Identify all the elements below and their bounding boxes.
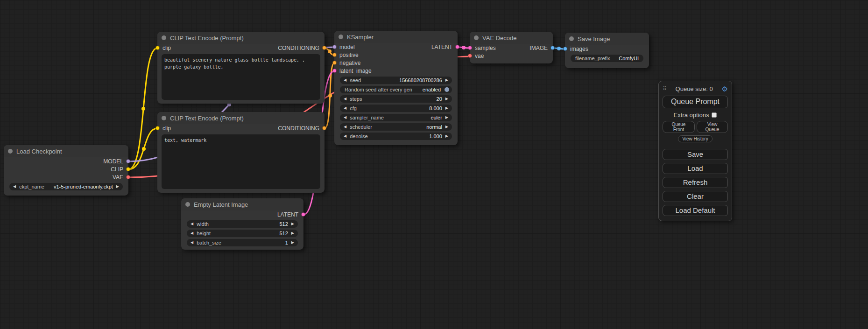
clear-button[interactable]: Clear [663, 191, 728, 202]
load-button[interactable]: Load [663, 163, 728, 174]
samples-input-slot[interactable] [468, 46, 472, 50]
increment-arrow-icon[interactable]: ▶ [116, 185, 119, 189]
scheduler-widget[interactable]: ◀ scheduler normal ▶ [340, 123, 452, 131]
node-vae-decode[interactable]: VAE Decode samples IMAGE vae [470, 32, 553, 63]
latent-output-slot[interactable] [301, 212, 305, 217]
input-slot-label-positive: positive [339, 52, 359, 58]
widget-value: 156680208700286 [399, 77, 442, 83]
input-slot-label-clip: clip [162, 45, 171, 51]
clip-input-slot[interactable] [155, 46, 160, 50]
view-queue-button[interactable]: View Queue [697, 121, 728, 133]
collapse-dot-icon[interactable] [8, 149, 13, 154]
collapse-dot-icon[interactable] [162, 35, 166, 40]
increment-arrow-icon[interactable]: ▶ [445, 106, 448, 110]
positive-prompt-textarea[interactable]: beautiful scenery nature glass bottle la… [162, 54, 320, 100]
node-ksampler[interactable]: KSampler model LATENT positive negative … [334, 31, 458, 145]
increment-arrow-icon[interactable]: ▶ [291, 231, 294, 235]
cfg-widget[interactable]: ◀ cfg 8.000 ▶ [340, 105, 452, 112]
decrement-arrow-icon[interactable]: ◀ [344, 78, 346, 82]
increment-arrow-icon[interactable]: ▶ [445, 125, 448, 129]
increment-arrow-icon[interactable]: ▶ [445, 134, 448, 138]
height-widget[interactable]: ◀ height 512 ▶ [187, 230, 298, 237]
filename-prefix-widget[interactable]: filename_prefix ComfyUI [571, 55, 643, 62]
view-history-button[interactable]: View History [678, 135, 712, 142]
toggle-indicator-icon[interactable] [445, 87, 449, 92]
decrement-arrow-icon[interactable]: ◀ [344, 116, 346, 119]
increment-arrow-icon[interactable]: ▶ [445, 97, 448, 101]
node-title: KSampler [347, 34, 374, 41]
model-input-slot[interactable] [332, 45, 337, 49]
conditioning-output-slot[interactable] [322, 126, 326, 130]
node-title-bar[interactable]: CLIP Text Encode (Prompt) [157, 32, 325, 44]
decrement-arrow-icon[interactable]: ◀ [344, 125, 346, 129]
widget-name: Random seed after every gen [345, 87, 412, 92]
queue-front-button[interactable]: Queue Front [663, 121, 695, 133]
clip-input-slot[interactable] [155, 126, 160, 130]
random-seed-toggle-widget[interactable]: Random seed after every gen enabled [340, 86, 452, 93]
width-widget[interactable]: ◀ width 512 ▶ [187, 220, 298, 228]
refresh-button[interactable]: Refresh [663, 177, 728, 188]
decrement-arrow-icon[interactable]: ◀ [344, 106, 346, 110]
ckpt-name-widget[interactable]: ◀ ckpt_name v1-5-pruned-emaonly.ckpt ▶ [9, 183, 123, 190]
output-slot-label-image: IMAGE [529, 45, 548, 51]
widget-name: denoise [350, 133, 368, 139]
latent-output-slot[interactable] [455, 45, 459, 49]
widget-value: v1-5-pruned-emaonly.ckpt [54, 184, 113, 189]
conditioning-output-slot[interactable] [322, 46, 326, 50]
images-input-slot[interactable] [563, 47, 567, 51]
steps-widget[interactable]: ◀ steps 20 ▶ [340, 95, 452, 103]
node-title-bar[interactable]: VAE Decode [470, 32, 553, 44]
collapse-dot-icon[interactable] [185, 202, 190, 207]
decrement-arrow-icon[interactable]: ◀ [344, 134, 346, 138]
node-graph-canvas[interactable]: Load Checkpoint MODEL CLIP VAE ◀ ckpt_na… [0, 0, 868, 329]
node-clip-text-encode-positive[interactable]: CLIP Text Encode (Prompt) clip CONDITION… [157, 32, 325, 104]
wire-midpoint-dot [462, 46, 466, 49]
increment-arrow-icon[interactable]: ▶ [291, 241, 294, 245]
image-output-slot[interactable] [550, 46, 555, 50]
settings-gear-icon[interactable]: ⚙ [722, 85, 728, 92]
negative-input-slot[interactable] [332, 61, 337, 65]
clip-output-slot[interactable] [126, 167, 130, 171]
node-title-bar[interactable]: Save Image [565, 33, 649, 45]
extra-options-checkbox[interactable] [712, 112, 717, 118]
denoise-widget[interactable]: ◀ denoise 1.000 ▶ [340, 133, 452, 140]
collapse-dot-icon[interactable] [162, 116, 166, 120]
decrement-arrow-icon[interactable]: ◀ [191, 231, 193, 235]
decrement-arrow-icon[interactable]: ◀ [191, 222, 193, 226]
collapse-dot-icon[interactable] [474, 35, 479, 40]
widget-name: width [197, 221, 209, 227]
model-output-slot[interactable] [126, 159, 130, 163]
node-title-bar[interactable]: Empty Latent Image [181, 198, 303, 210]
sampler-name-widget[interactable]: ◀ sampler_name euler ▶ [340, 114, 452, 121]
decrement-arrow-icon[interactable]: ◀ [344, 97, 346, 101]
increment-arrow-icon[interactable]: ▶ [291, 222, 294, 226]
node-clip-text-encode-negative[interactable]: CLIP Text Encode (Prompt) clip CONDITION… [157, 112, 325, 193]
node-load-checkpoint[interactable]: Load Checkpoint MODEL CLIP VAE ◀ ckpt_na… [4, 145, 128, 196]
batch-size-widget[interactable]: ◀ batch_size 1 ▶ [187, 239, 298, 246]
seed-widget[interactable]: ◀ seed 156680208700286 ▶ [340, 77, 452, 84]
collapse-dot-icon[interactable] [339, 35, 343, 39]
negative-prompt-textarea[interactable]: text, watermark [162, 134, 320, 189]
load-default-button[interactable]: Load Default [663, 205, 728, 216]
node-title-bar[interactable]: CLIP Text Encode (Prompt) [157, 112, 325, 124]
widget-name: batch_size [197, 240, 221, 245]
increment-arrow-icon[interactable]: ▶ [445, 116, 448, 119]
node-empty-latent-image[interactable]: Empty Latent Image LATENT ◀ width 512 ▶ … [181, 198, 303, 250]
node-title-bar[interactable]: KSampler [334, 31, 458, 43]
collapse-dot-icon[interactable] [569, 36, 574, 41]
vae-output-slot[interactable] [126, 175, 130, 179]
decrement-arrow-icon[interactable]: ◀ [191, 241, 193, 245]
vae-input-slot[interactable] [468, 54, 472, 58]
node-title-bar[interactable]: Load Checkpoint [4, 145, 128, 157]
decrement-arrow-icon[interactable]: ◀ [13, 185, 16, 189]
drag-handle-icon[interactable]: ⠿ [663, 85, 667, 92]
output-slot-label-vae: VAE [113, 174, 123, 181]
node-save-image[interactable]: Save Image images filename_prefix ComfyU… [565, 33, 649, 68]
latent-image-input-slot[interactable] [332, 69, 337, 73]
node-title: CLIP Text Encode (Prompt) [170, 115, 244, 122]
positive-input-slot[interactable] [332, 53, 337, 57]
save-button[interactable]: Save [663, 149, 728, 160]
queue-prompt-button[interactable]: Queue Prompt [663, 96, 728, 108]
menu-header: ⠿ Queue size: 0 ⚙ [663, 84, 728, 93]
increment-arrow-icon[interactable]: ▶ [445, 78, 448, 82]
